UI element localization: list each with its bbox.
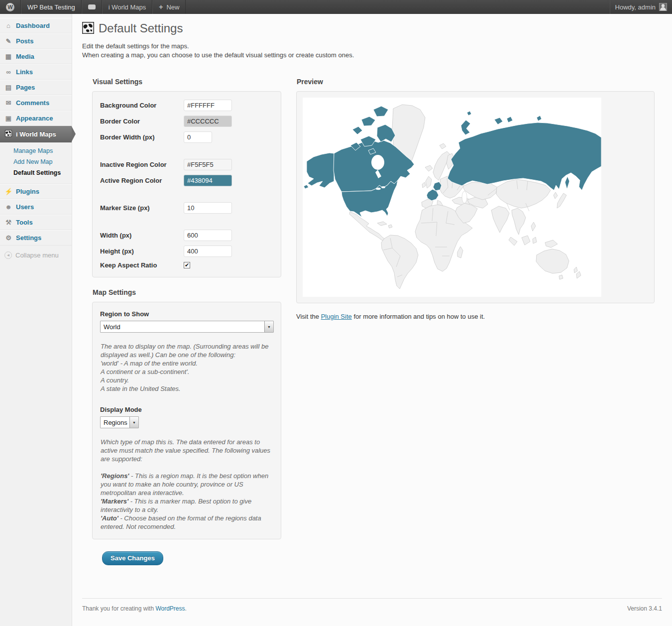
region-help-line-3: A continent or a sub-continent'. (101, 368, 273, 376)
display-mode-select[interactable]: Regions ▼ (100, 416, 139, 428)
region-help-line-2: 'world' - A map of the entire world. (101, 359, 273, 368)
users-label: Users (16, 203, 34, 211)
region-to-show-select[interactable]: World ▼ (100, 321, 274, 333)
links-icon: ∞ (4, 68, 12, 76)
world-map-svg (303, 98, 601, 297)
settings-icon: ⚙ (4, 234, 12, 242)
submenu-manage-maps[interactable]: Manage Maps (0, 145, 72, 156)
comments-bubble-menu[interactable] (82, 0, 102, 14)
region-help-line-4: A country. (101, 376, 273, 384)
mode-auto-desc: - Choose based on the format of the regi… (101, 514, 261, 530)
site-name-label: WP Beta Testing (27, 3, 75, 11)
settings-label: Settings (16, 234, 41, 242)
sidebar-item-plugins[interactable]: ⚡ Plugins (0, 184, 72, 199)
pages-icon: ▤ (4, 84, 12, 91)
height-input[interactable] (184, 246, 232, 257)
intro-line-2: When creating a map, you can choose to u… (82, 51, 662, 60)
footer-thanks: Thank you for creating with WordPress. (82, 605, 187, 612)
keep-aspect-ratio-checkbox[interactable]: ✔ (184, 262, 190, 268)
wordpress-link[interactable]: WordPress (155, 605, 185, 612)
mode-regions-row: 'Regions' - This is a region map. It is … (101, 472, 273, 497)
region-help-text: The area to display on the map. (Surroun… (101, 342, 273, 393)
marker-size-label: Marker Size (px) (100, 204, 184, 212)
links-label: Links (16, 68, 33, 76)
width-input[interactable] (184, 230, 232, 241)
world-maps-label: i World Maps (16, 130, 56, 138)
thanks-prefix: Thank you for creating with (82, 605, 155, 612)
sidebar-item-dashboard[interactable]: ⌂ Dashboard (0, 18, 72, 33)
border-color-input[interactable] (184, 116, 232, 127)
howdy-account-menu[interactable]: Howdy, admin (610, 0, 672, 14)
dropdown-arrow-icon: ▼ (129, 417, 138, 428)
mode-regions-term: 'Regions' (101, 472, 129, 480)
admin-bar-maps-menu[interactable]: i World Maps (102, 0, 153, 14)
page-title-map-icon (82, 22, 94, 35)
appearance-icon: ▣ (4, 115, 12, 122)
plugin-site-note: Visit the Plugin Site for more informati… (296, 313, 655, 320)
howdy-label: Howdy, admin (615, 3, 656, 11)
inactive-region-color-label: Inactive Region Color (100, 161, 184, 168)
marker-size-input[interactable] (184, 202, 232, 214)
map-settings-heading: Map Settings (93, 288, 281, 296)
pages-label: Pages (16, 84, 35, 91)
border-width-input[interactable] (184, 131, 212, 143)
display-mode-help-text: Which type of map this is. The data ente… (101, 438, 273, 531)
comments-icon: ✉ (4, 99, 12, 107)
world-maps-icon (4, 130, 12, 138)
note-prefix: Visit the (296, 313, 321, 320)
background-color-label: Background Color (100, 102, 184, 109)
admin-sidebar: ⌂ Dashboard ✎ Posts ▦ Media ∞ Links ▤ Pa… (0, 14, 72, 626)
visual-settings-panel: Background Color Border Color Border Wid… (92, 91, 281, 277)
sidebar-item-users[interactable]: ☻ Users (0, 199, 72, 215)
sidebar-item-appearance[interactable]: ▣ Appearance (0, 111, 72, 126)
plugins-label: Plugins (16, 188, 39, 195)
sidebar-item-media[interactable]: ▦ Media (0, 49, 72, 64)
plugin-site-link[interactable]: Plugin Site (321, 313, 352, 320)
new-content-menu[interactable]: + New (152, 0, 186, 14)
region-to-show-value: World (101, 321, 264, 332)
user-avatar (659, 3, 667, 11)
save-changes-button[interactable]: Save Changes (102, 551, 163, 565)
sidebar-item-i-world-maps[interactable]: i World Maps (0, 126, 72, 142)
thanks-suffix: . (185, 605, 187, 612)
sidebar-item-posts[interactable]: ✎ Posts (0, 33, 72, 49)
region-help-line-1: The area to display on the map. (Surroun… (101, 342, 273, 359)
dropdown-arrow-icon: ▼ (264, 321, 273, 332)
inactive-region-color-input[interactable] (184, 159, 232, 170)
note-suffix: for more information and tips on how to … (352, 313, 485, 320)
sidebar-item-settings[interactable]: ⚙ Settings (0, 230, 72, 246)
media-icon: ▦ (4, 53, 12, 60)
wordpress-logo-menu[interactable]: W (0, 0, 21, 14)
map-settings-panel: Region to Show World ▼ The area to displ… (92, 302, 281, 539)
dashboard-label: Dashboard (16, 22, 50, 29)
wordpress-logo-icon: W (6, 3, 14, 11)
page-title: Default Settings (99, 21, 183, 35)
footer-version: Version 3.4.1 (627, 605, 662, 612)
mode-markers-term: 'Markers' (101, 498, 128, 505)
height-label: Height (px) (100, 248, 184, 255)
appearance-label: Appearance (16, 115, 53, 122)
display-mode-value: Regions (101, 417, 129, 428)
collapse-menu-button[interactable]: ◄ Collapse menu (0, 246, 72, 262)
active-region-color-input[interactable] (184, 175, 232, 186)
plus-icon: + (159, 3, 163, 11)
mode-markers-row: 'Markers' - This is a marker map. Best o… (101, 497, 273, 514)
comments-label: Comments (16, 99, 49, 107)
admin-footer: Thank you for creating with WordPress. V… (82, 598, 662, 626)
mode-auto-term: 'Auto' (101, 514, 118, 522)
sidebar-item-tools[interactable]: ⚒ Tools (0, 215, 72, 230)
sidebar-item-pages[interactable]: ▤ Pages (0, 80, 72, 95)
submenu-default-settings[interactable]: Default Settings (0, 167, 72, 178)
main-content: Default Settings Edit the default settin… (72, 14, 672, 626)
sidebar-item-comments[interactable]: ✉ Comments (0, 95, 72, 111)
media-label: Media (16, 53, 34, 60)
world-map-preview[interactable] (303, 98, 601, 297)
sidebar-item-links[interactable]: ∞ Links (0, 64, 72, 80)
submenu-add-new-map[interactable]: Add New Map (0, 156, 72, 167)
site-name-menu[interactable]: WP Beta Testing (21, 0, 82, 14)
intro-line-1: Edit the default settings for the maps. (82, 42, 662, 51)
background-color-input[interactable] (184, 100, 232, 111)
border-width-label: Border Width (px) (100, 133, 184, 141)
collapse-label: Collapse menu (15, 251, 59, 259)
display-help-intro: Which type of map this is. The data ente… (101, 438, 273, 463)
